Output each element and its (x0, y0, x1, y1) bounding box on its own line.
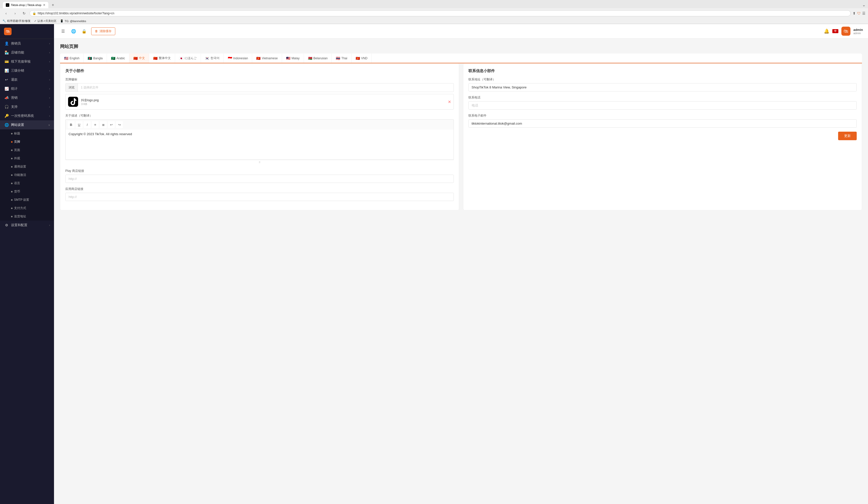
sidebar-sub-item-title[interactable]: 标题 (11, 130, 54, 138)
sidebar-item-recharge[interactable]: 💳 线下充值审核 › (0, 57, 54, 66)
reload-button[interactable]: ↻ (21, 10, 28, 17)
app-store-input[interactable] (65, 193, 454, 201)
tab-vietnamese[interactable]: 🇻🇳 Vietnamese (252, 53, 282, 63)
tab-dropdown-button[interactable]: ⌄ (862, 2, 866, 7)
tab-bar: Tiktok-shop | Tiktok-shop ✕ + ⌄ (0, 0, 868, 8)
bookmark-dev[interactable]: 🔧 程序搭建/开发/修复 (2, 19, 31, 23)
bookmark-tg[interactable]: 📱 TG: @tianmeibbs (60, 19, 86, 23)
tab-belarusian[interactable]: 🇧🇾 Belarusian (304, 53, 332, 63)
url-input[interactable]: 🔒 https://shop102.timibbs.vip/admin/webs… (30, 10, 851, 16)
tab-chinese[interactable]: 🇨🇳 中文 (130, 53, 149, 63)
tab-traditional-chinese[interactable]: 🇨🇳 繁体中文 (149, 53, 175, 63)
play-store-form-group: Play 商店链接 (65, 169, 454, 183)
ordered-list-button[interactable]: ≣ (100, 121, 107, 128)
address-input[interactable] (468, 83, 857, 91)
sidebar-sub-item-currency[interactable]: 货币 (11, 187, 54, 196)
notification-bell-icon[interactable]: 🔔 (824, 28, 829, 34)
top-header: ☰ 🌐 🔒 🗑 清除缓存 🔔 中 🛍 admin admin (54, 24, 868, 39)
sub-dot (11, 183, 12, 184)
browser-chrome: Tiktok-shop | Tiktok-shop ✕ + ⌄ ‹ › ↻ 🔒 … (0, 0, 868, 24)
undo-button[interactable]: ↩ (108, 121, 115, 128)
back-button[interactable]: ‹ (2, 10, 10, 17)
sidebar-sub-item-activation[interactable]: 功能激活 (11, 171, 54, 179)
redo-button[interactable]: ↪ (116, 121, 123, 128)
flag-vietnamese: 🇻🇳 (256, 56, 260, 60)
flag-trad-chinese: 🇨🇳 (153, 56, 157, 60)
bold-button[interactable]: B (68, 121, 75, 128)
tab-close-button[interactable]: ✕ (43, 3, 45, 7)
arrow-icon: › (49, 115, 50, 117)
tab-favicon (6, 3, 9, 7)
italic-button[interactable]: I (84, 121, 91, 128)
file-remove-button[interactable]: ✕ (448, 100, 451, 104)
browse-button[interactable]: 浏览 (65, 83, 78, 92)
header-icons: ☰ 🌐 🔒 (59, 27, 88, 35)
play-store-input[interactable] (65, 175, 454, 183)
clear-cache-button[interactable]: 🗑 清除缓存 (91, 27, 115, 35)
phone-label: 联系电话 (468, 95, 857, 100)
sidebar-sub-item-smtp[interactable]: SMTP 设置 (11, 196, 54, 204)
sidebar-item-otp[interactable]: 🔑 一次性密码系统 › (0, 111, 54, 120)
tab-malay[interactable]: 🇲🇾 Malay (282, 53, 304, 63)
refund-icon: ↩ (4, 78, 9, 82)
sub-dot (11, 191, 12, 193)
shop-icon-button[interactable]: 🛍 (841, 27, 850, 36)
unordered-list-button[interactable]: ≡ (92, 121, 99, 128)
tab-japanese[interactable]: 🇯🇵 にほんご (175, 53, 201, 63)
bookmark-community[interactable]: ✓ 认准->天美社区 (34, 19, 56, 23)
menu-toggle-button[interactable]: ☰ (59, 27, 67, 35)
admin-info: admin admin (854, 28, 863, 35)
tab-arabic[interactable]: 🇸🇦 Arabic (107, 53, 130, 63)
stats-icon: 📈 (4, 87, 9, 91)
file-name-display: 1 选择的文件 (78, 83, 454, 92)
forward-button[interactable]: › (12, 10, 19, 17)
email-input[interactable] (468, 119, 857, 127)
sidebar-item-promoters[interactable]: 👤 推销员 › (0, 39, 54, 48)
sidebar-item-support[interactable]: 🎧 支持 › (0, 102, 54, 111)
phone-input[interactable] (468, 101, 857, 110)
sidebar-item-marketing[interactable]: 📣 营销 › (0, 93, 54, 102)
shield-icon[interactable]: 🛡 (857, 11, 861, 15)
editor-resize-handle[interactable]: ⠿ (65, 160, 454, 165)
tab-english[interactable]: 🇺🇸 English (60, 53, 84, 63)
globe-icon[interactable]: 🌐 (70, 27, 78, 35)
promoters-icon: 👤 (4, 41, 9, 45)
sidebar-item-refund[interactable]: ↩ 退款 › (0, 75, 54, 84)
sidebar-item-stats[interactable]: 📈 统计 › (0, 84, 54, 93)
sidebar-sub-item-appearance[interactable]: 外观 (11, 154, 54, 163)
share-icon[interactable]: ⬆ (853, 11, 856, 15)
app: 🛍 👤 推销员 › 🏪 店铺功能 › 💳 线下充值审核 › 📊 (0, 24, 868, 504)
sidebar-sub-item-language[interactable]: 语言 (11, 179, 54, 187)
sidebar-sub-item-pages[interactable]: 页面 (11, 146, 54, 154)
sidebar-item-website-settings[interactable]: 🌐 网站设置 ∨ (0, 120, 54, 130)
tab-thai[interactable]: 🇹🇭 Thai (332, 53, 351, 63)
flag-english: 🇺🇸 (64, 56, 68, 60)
support-icon: 🎧 (4, 105, 9, 109)
menu-icon[interactable]: ☰ (862, 11, 866, 15)
address-right: ⬆ 🛡 ☰ (853, 11, 866, 15)
tab-indonesian[interactable]: 🇮🇩 Indonesian (224, 53, 252, 63)
sidebar-item-distribution[interactable]: 📊 三级分销 › (0, 66, 54, 75)
sidebar-item-config[interactable]: ⚙ 设置和配置 › (0, 220, 54, 230)
flag-chinese: 🇨🇳 (133, 56, 138, 60)
email-label: 联系电子邮件 (468, 114, 857, 118)
sidebar-sub-item-general[interactable]: 通用设置 (11, 163, 54, 171)
tab-vnd[interactable]: 🇻🇳 VND (352, 53, 372, 63)
logo-label: 页脚徽标 (65, 78, 454, 82)
underline-button[interactable]: U (75, 121, 83, 128)
file-info: 抖音logo.png 3 KB (81, 98, 445, 105)
sidebar-item-store-functions[interactable]: 🏪 店铺功能 › (0, 48, 54, 57)
sidebar-sub-item-payment[interactable]: 支付方式 (11, 204, 54, 212)
about-widget-title: 关于小部件 (65, 69, 454, 73)
language-flag[interactable]: 中 (832, 29, 838, 33)
tab-korean[interactable]: 🇰🇷 한국어 (201, 53, 224, 63)
editor-content[interactable]: Copyright © 2023 TikTok. All rights rese… (65, 130, 454, 160)
sidebar-sub-item-delivery[interactable]: 送货地址 (11, 212, 54, 220)
tab-bangla[interactable]: 🇧🇩 Bangla (84, 53, 107, 63)
sidebar-sub-item-footer[interactable]: 页脚 (11, 138, 54, 146)
active-tab[interactable]: Tiktok-shop | Tiktok-shop ✕ (2, 1, 49, 8)
lock-icon[interactable]: 🔒 (80, 27, 88, 35)
marketing-icon: 📣 (4, 96, 9, 100)
update-button[interactable]: 更新 (838, 132, 857, 140)
new-tab-button[interactable]: + (50, 2, 56, 8)
